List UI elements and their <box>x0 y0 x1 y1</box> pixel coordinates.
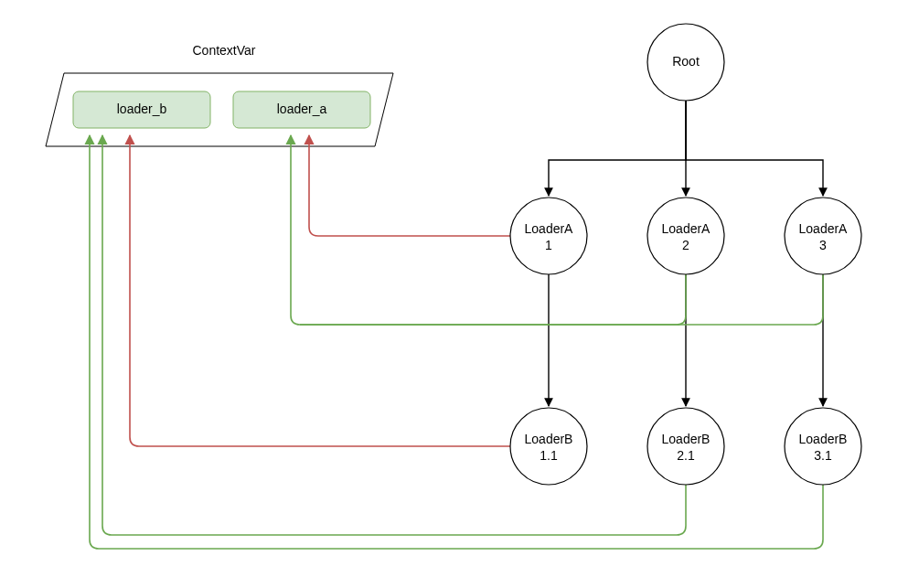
svg-point-4 <box>647 198 724 274</box>
node-label-top: LoaderB <box>662 432 711 446</box>
node-label: Root <box>672 54 700 69</box>
contextvar-entry-label: loader_a <box>277 102 327 116</box>
svg-point-8 <box>785 408 861 485</box>
edge-b21-loader-b <box>102 135 686 535</box>
edge-root-a1 <box>549 101 686 196</box>
node-label-bottom: 3 <box>819 238 827 252</box>
edge-b31-loader-b <box>90 135 823 549</box>
node-label-bottom: 2.1 <box>677 448 695 463</box>
node-loader-a-1: LoaderA 1 <box>510 198 587 274</box>
node-loader-b-11: LoaderB 1.1 <box>510 408 587 485</box>
contextvar-title: ContextVar <box>193 43 256 58</box>
svg-point-5 <box>785 198 861 274</box>
svg-point-7 <box>647 408 724 485</box>
edge-a2-loader-a <box>291 135 686 325</box>
svg-point-6 <box>510 408 587 485</box>
edge-root-a3 <box>686 101 823 196</box>
contextvar-entry-label: loader_b <box>117 102 167 116</box>
contextvar-container: ContextVar loader_b loader_a <box>46 43 393 146</box>
svg-point-3 <box>510 198 587 274</box>
node-label-top: LoaderA <box>525 221 574 236</box>
edge-a3-loader-a <box>300 274 823 325</box>
node-label-top: LoaderA <box>799 221 849 236</box>
node-loader-b-21: LoaderB 2.1 <box>647 408 724 485</box>
node-label-top: LoaderB <box>799 432 848 446</box>
node-label-bottom: 2 <box>682 238 689 252</box>
red-edges-loader-b <box>130 135 510 446</box>
edge-a1-loader-a <box>309 135 510 236</box>
node-loader-b-31: LoaderB 3.1 <box>785 408 861 485</box>
contextvar-entry-loader-a: loader_a <box>233 91 370 128</box>
node-label-bottom: 1.1 <box>540 448 558 463</box>
red-edges-loader-a <box>309 135 510 236</box>
diagram-canvas: ContextVar loader_b loader_a <box>0 0 919 588</box>
edge-b11-loader-b <box>130 135 510 446</box>
green-edges-loader-b <box>90 135 823 549</box>
contextvar-entry-loader-b: loader_b <box>73 91 210 128</box>
node-loader-a-2: LoaderA 2 <box>647 198 724 274</box>
node-label-bottom: 1 <box>545 238 552 252</box>
node-label-bottom: 3.1 <box>814 448 832 463</box>
node-root: Root <box>647 24 724 101</box>
node-label-top: LoaderB <box>525 432 573 446</box>
node-label-top: LoaderA <box>662 221 711 236</box>
node-loader-a-3: LoaderA 3 <box>785 198 861 274</box>
